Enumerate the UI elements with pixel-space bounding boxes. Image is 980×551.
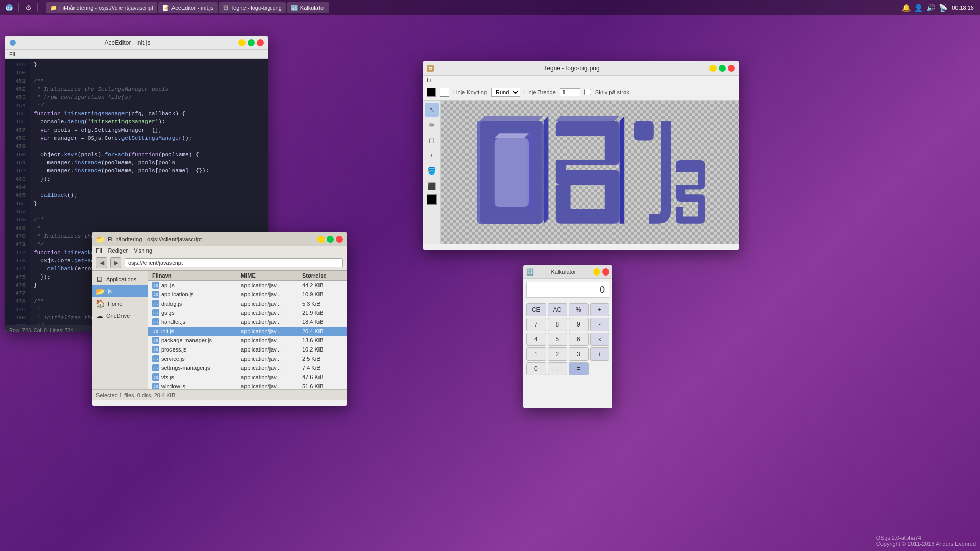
fm-back-button[interactable]: ◀: [96, 257, 107, 268]
fm-file-row[interactable]: JSapplication.js application/jav... 10.9…: [148, 290, 347, 299]
fm-menu-edit[interactable]: Rediger: [108, 247, 128, 254]
calc-btn-2[interactable]: 2: [548, 347, 568, 361]
draw-window: 🖼 Tegne - logo-big.png Fil Linje Knyttin…: [423, 61, 739, 250]
draw-minimize-button[interactable]: [709, 65, 717, 72]
fm-menubar: Fil Rediger Visning: [92, 246, 347, 255]
settings-icon[interactable]: ⚙: [23, 3, 33, 13]
fm-sidebar-item-js[interactable]: 📂 js: [92, 285, 148, 297]
calc-minimize-button[interactable]: [593, 268, 600, 276]
taskbar-app-editor[interactable]: 📝 AceEditor - init.js: [158, 2, 218, 13]
draw-maximize-button[interactable]: [719, 65, 726, 72]
fm-path-bar[interactable]: osjs:///client/javascript: [125, 258, 343, 267]
fm-file-row[interactable]: JSsettings-manager.js application/jav...…: [148, 363, 347, 372]
calc-btn-percent[interactable]: %: [569, 303, 589, 316]
ace-app-icon: [9, 39, 16, 46]
fm-sidebar-item-onedrive[interactable]: ☁ OneDrive: [92, 310, 148, 322]
draw-app-icon: 🖼: [427, 65, 434, 72]
calc-btn-ac[interactable]: AC: [548, 303, 568, 316]
draw-secondary-color[interactable]: [440, 88, 449, 97]
osjs-version: OS.js 2.0-alpha74: [876, 535, 976, 541]
fm-home-label: Home: [108, 300, 122, 307]
calc-btn-plus-bottom[interactable]: +: [590, 347, 610, 361]
calc-btn-8[interactable]: 8: [548, 318, 568, 331]
fm-file-row[interactable]: JSgui.js application/jav... 21.9 KiB: [148, 308, 347, 317]
fm-forward-button[interactable]: ▶: [110, 257, 121, 268]
fm-file-row[interactable]: JSwindow.js application/jav... 51.6 KiB: [148, 382, 347, 389]
fm-menu-file[interactable]: Fil: [96, 247, 102, 254]
fm-file-mime: application/jav...: [241, 291, 302, 297]
taskbar-app-filemanager-label: Fil-håndtering - osjs:///client/javascri…: [59, 5, 153, 11]
fm-close-button[interactable]: [336, 236, 343, 243]
network-icon[interactable]: 📡: [938, 3, 948, 13]
fm-sidebar-item-applications[interactable]: 🖥 Applications: [92, 273, 148, 285]
draw-width-input[interactable]: [560, 88, 580, 96]
calc-btn-minus[interactable]: -: [590, 318, 610, 331]
calc-btn-6[interactable]: 6: [569, 333, 589, 346]
calc-close-button[interactable]: [602, 268, 609, 276]
taskbar-app-draw[interactable]: 🖼 Tegne - logo-big.png: [219, 2, 286, 13]
draw-primary-color[interactable]: [427, 88, 436, 97]
fm-col-mime: MIME: [241, 272, 302, 279]
calc-buttons: CE AC % + 7 8 9 - 4 5 6 x 1 2 3 + 0 . =: [523, 301, 612, 378]
calc-app-icon: 🔢: [526, 268, 534, 276]
fm-minimize-button[interactable]: [317, 236, 325, 243]
draw-snap-checkbox[interactable]: [584, 89, 591, 95]
fm-file-row[interactable]: JSprocess.js application/jav... 10.2 KiB: [148, 345, 347, 354]
calc-btn-dot[interactable]: .: [548, 362, 568, 375]
calc-btn-3[interactable]: 3: [569, 347, 589, 361]
fm-toolbar: ◀ ▶ osjs:///client/javascript: [92, 255, 347, 271]
calc-btn-7[interactable]: 7: [526, 318, 546, 331]
draw-close-button[interactable]: [728, 65, 735, 72]
ace-minimize-button[interactable]: [238, 39, 246, 46]
fm-file-row[interactable]: JSservice.js application/jav... 2.5 KiB: [148, 354, 347, 363]
fm-file-mime: application/jav...: [241, 346, 302, 353]
calc-btn-plus-top[interactable]: +: [590, 303, 610, 316]
calc-btn-equals[interactable]: =: [569, 362, 589, 375]
calc-btn-ce[interactable]: CE: [526, 303, 546, 316]
fm-file-row[interactable]: JSvfs.js application/jav... 47.6 KiB: [148, 372, 347, 382]
draw-color-picker-black[interactable]: [427, 194, 437, 205]
draw-tool-line[interactable]: /: [425, 148, 439, 163]
fm-file-row[interactable]: JSdialog.js application/jav... 5.3 KiB: [148, 299, 347, 308]
fm-table-header: Filnavn MIME Størrelse: [148, 271, 347, 281]
fm-menu-view[interactable]: Visning: [134, 247, 152, 254]
fm-file-row[interactable]: JSpackage-manager.js application/jav... …: [148, 336, 347, 345]
os-logo-icon[interactable]: OS: [4, 3, 14, 13]
ace-gutter: 449450451452453 454455456457458 45946046…: [5, 59, 30, 325]
calc-btn-1[interactable]: 1: [526, 347, 546, 361]
draw-stroke-type-select[interactable]: Rund: [491, 88, 520, 97]
draw-tool-select[interactable]: ↖: [425, 103, 439, 117]
fm-file-mime: application/jav...: [241, 310, 302, 316]
calc-btn-multiply[interactable]: x: [590, 333, 610, 346]
calc-btn-0[interactable]: 0: [526, 362, 546, 375]
taskbar-app-calc[interactable]: 🔢 Kalkulator: [287, 2, 329, 13]
draw-tool-rect[interactable]: ⬛: [425, 179, 439, 193]
user-icon[interactable]: 👤: [913, 3, 923, 13]
ace-maximize-button[interactable]: [248, 39, 255, 46]
fm-file-mime: application/jav...: [241, 328, 302, 334]
volume-icon[interactable]: 🔊: [925, 3, 936, 13]
calc-window-controls: [593, 268, 609, 276]
taskbar-app-filemanager[interactable]: 📁 Fil-håndtering - osjs:///client/javasc…: [46, 2, 157, 13]
ace-close-button[interactable]: [257, 39, 264, 46]
calc-btn-5[interactable]: 5: [548, 333, 568, 346]
fm-sidebar-item-home[interactable]: 🏠 Home: [92, 297, 148, 310]
fm-file-icon: JS: [152, 282, 159, 289]
fm-file-row-selected[interactable]: JSinit.js application/jav... 20.4 KiB: [148, 327, 347, 336]
calc-btn-4[interactable]: 4: [526, 333, 546, 346]
draw-tool-eraser[interactable]: ◻: [425, 133, 439, 147]
draw-tool-pen[interactable]: ✏: [425, 118, 439, 132]
draw-canvas[interactable]: [441, 101, 739, 244]
fm-file-icon: JS: [152, 318, 159, 325]
draw-body: ↖ ✏ ◻ / 🪣 ⬛: [423, 101, 739, 244]
draw-menu-file[interactable]: Fil: [427, 77, 433, 83]
draw-width-label: Linje Bredde: [524, 89, 556, 95]
fm-file-row[interactable]: JSapi.js application/jav... 44.2 KiB: [148, 281, 347, 290]
calc-display: 0: [526, 282, 609, 298]
ace-menu-file[interactable]: Fil: [9, 51, 15, 57]
notification-icon[interactable]: 🔔: [901, 3, 911, 13]
fm-maximize-button[interactable]: [327, 236, 334, 243]
fm-file-row[interactable]: JShandler.js application/jav... 18.4 KiB: [148, 317, 347, 327]
calc-btn-9[interactable]: 9: [569, 318, 589, 331]
draw-tool-fill[interactable]: 🪣: [425, 164, 439, 178]
